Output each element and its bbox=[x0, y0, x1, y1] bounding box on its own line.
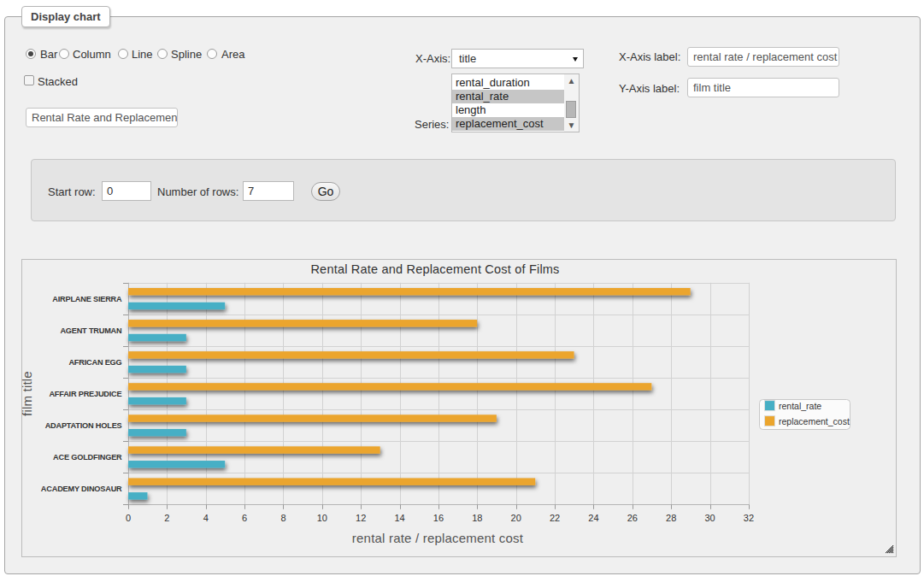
svg-text:film title: film title bbox=[21, 371, 34, 416]
svg-text:16: 16 bbox=[433, 513, 444, 523]
svg-text:28: 28 bbox=[666, 513, 676, 523]
svg-text:AGENT TRUMAN: AGENT TRUMAN bbox=[60, 326, 122, 335]
svg-text:rental_rate: rental_rate bbox=[779, 401, 821, 411]
svg-text:10: 10 bbox=[317, 513, 327, 523]
svg-text:AIRPLANE SIERRA: AIRPLANE SIERRA bbox=[52, 295, 122, 303]
svg-text:0: 0 bbox=[126, 513, 131, 523]
svg-text:AFRICAN EGG: AFRICAN EGG bbox=[68, 358, 121, 367]
svg-text:24: 24 bbox=[588, 513, 598, 523]
svg-text:32: 32 bbox=[744, 513, 754, 523]
svg-text:Rental Rate and Replacement Co: Rental Rate and Replacement Cost of Film… bbox=[310, 262, 559, 276]
svg-text:30: 30 bbox=[704, 513, 715, 523]
svg-text:AFFAIR PREJUDICE: AFFAIR PREJUDICE bbox=[49, 390, 121, 398]
svg-text:26: 26 bbox=[627, 513, 638, 523]
svg-text:18: 18 bbox=[472, 513, 482, 523]
svg-text:20: 20 bbox=[511, 513, 521, 523]
svg-text:12: 12 bbox=[356, 513, 366, 523]
svg-text:22: 22 bbox=[550, 513, 560, 523]
svg-text:replacement_cost: replacement_cost bbox=[779, 416, 850, 426]
svg-text:ACADEMY DINOSAUR: ACADEMY DINOSAUR bbox=[41, 485, 122, 493]
svg-text:4: 4 bbox=[203, 513, 209, 523]
svg-text:6: 6 bbox=[242, 513, 247, 523]
svg-text:14: 14 bbox=[394, 513, 404, 523]
svg-text:ADAPTATION HOLES: ADAPTATION HOLES bbox=[45, 421, 122, 430]
svg-text:rental rate / replacement cost: rental rate / replacement cost bbox=[352, 531, 524, 545]
svg-text:ACE GOLDFINGER: ACE GOLDFINGER bbox=[53, 453, 122, 461]
svg-text:2: 2 bbox=[164, 513, 169, 523]
svg-text:8: 8 bbox=[280, 513, 285, 523]
